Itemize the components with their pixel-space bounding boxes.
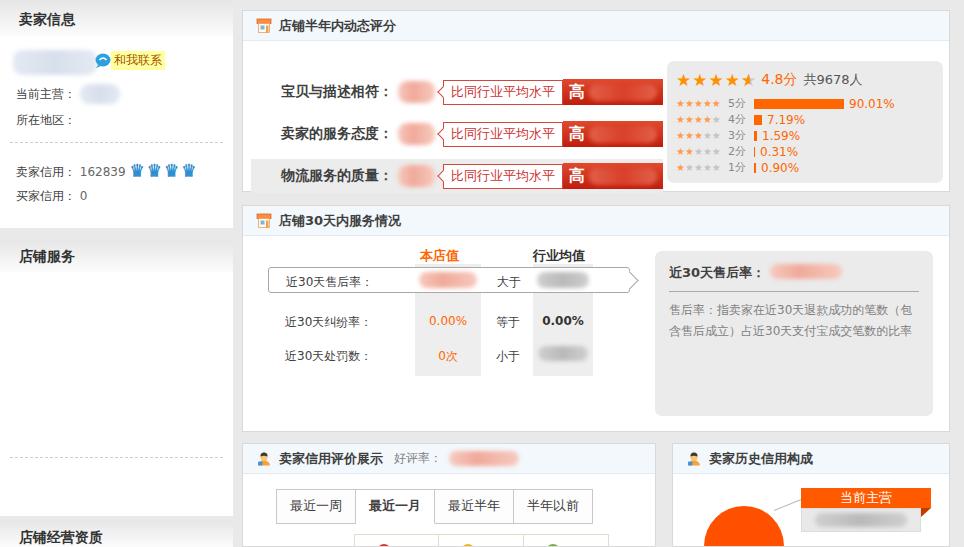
dist-row-3: ★★★★★ 3分 1.59%	[676, 128, 943, 143]
tab-last-month[interactable]: 最近一月	[356, 489, 435, 524]
tab-last-half-year[interactable]: 最近半年	[435, 489, 514, 524]
dist-bar	[754, 115, 762, 125]
compare-word: 大于	[497, 274, 521, 291]
dist-pct: 0.90%	[761, 161, 799, 175]
high-char: 高	[569, 82, 585, 103]
crown-icon: ♛	[147, 160, 164, 180]
person-icon	[256, 451, 272, 467]
dist-bar	[754, 163, 756, 173]
higher-badge: 高	[563, 79, 663, 105]
shop-icon	[256, 18, 272, 34]
tab-last-week[interactable]: 最近一周	[276, 489, 356, 524]
praise-rate-label: 好评率：	[394, 450, 442, 467]
high-char: 高	[569, 166, 585, 187]
dsr-row-label: 宝贝与描述相符：	[281, 83, 393, 101]
dsr-header: 店铺半年内动态评分	[243, 11, 949, 41]
divider	[10, 457, 223, 458]
crown-icon: ♛	[181, 160, 198, 180]
contact-me-label: 和我联系	[111, 51, 165, 70]
big-stars-icon: ★★★★	[676, 70, 741, 90]
neutral-rating-cell	[439, 534, 524, 547]
col-shop-value: 本店值	[420, 247, 459, 265]
qualification-panel: 店铺经营资质	[0, 520, 233, 547]
dispute-industry-value: 0.00%	[533, 314, 593, 328]
bubble-text: 比同行业平均水平	[451, 168, 555, 183]
mini-stars-icon: ★★★★★	[676, 98, 728, 109]
dist-pct: 7.19%	[767, 113, 805, 127]
credit-pie-chart	[704, 506, 784, 547]
seller-info-panel: 卖家信息 和我联系 当前主营： 所在地区： 卖家信用： 162839 ♛♛♛♛ …	[0, 0, 233, 228]
partial-star-icon: ★★	[741, 70, 757, 90]
history-panel: 卖家历史信用构成 当前主营	[672, 443, 950, 547]
service-30d-title: 店铺30天内服务情况	[279, 212, 401, 230]
service-30d-header: 店铺30天内服务情况	[243, 206, 949, 236]
shop-service-title: 店铺服务	[0, 240, 233, 272]
history-title: 卖家历史信用构成	[709, 450, 813, 468]
redacted-praise-rate	[449, 451, 519, 466]
dist-label: 4分	[728, 112, 754, 127]
redacted-detail-value	[770, 264, 842, 279]
redacted-percent	[589, 168, 657, 185]
col-industry-avg: 行业均值	[533, 247, 585, 265]
dispute-label: 近30天纠纷率：	[285, 314, 372, 331]
industry-compare-bubble: 比同行业平均水平	[443, 122, 563, 147]
rating-table	[354, 534, 609, 547]
main-business-label: 当前主营：	[16, 87, 76, 101]
dsr-panel: 店铺半年内动态评分 宝贝与描述相符： 比同行业平均水平 高 卖家的服务态度： 比…	[242, 10, 950, 192]
dist-label: 2分	[728, 144, 754, 159]
redacted-main-business	[80, 84, 120, 104]
callout-body	[801, 508, 921, 532]
high-char: 高	[569, 124, 585, 145]
aftersales-rate-row[interactable]: 近30天售后率： 大于	[268, 267, 630, 293]
aftersales-detail-box: 近30天售后率： 售后率：指卖家在近30天退款成功的笔数（包含售后成立）占近30…	[655, 251, 933, 416]
dist-bar	[754, 99, 844, 109]
redacted-seller-name	[13, 50, 97, 75]
divider	[10, 142, 223, 143]
dsr-row-label: 物流服务的质量：	[281, 167, 393, 185]
rating-summary-box: ★★★★★★ 4.8分 共9678人 ★★★★★ 5分 90.01% ★★★★★…	[667, 61, 943, 183]
redacted-industry-value	[537, 272, 589, 288]
dist-pct: 0.31%	[760, 145, 798, 159]
review-panel: 卖家信用评价展示 好评率： 最近一周 最近一月 最近半年 半年以前	[242, 443, 656, 547]
crown-icons: ♛♛♛♛	[129, 160, 198, 180]
service-30d-panel: 店铺30天内服务情况 本店值 行业均值 近30天售后率： 大于 近30天纠纷率：…	[242, 205, 950, 432]
redacted-shop-value	[419, 272, 477, 288]
rating-distribution: ★★★★★ 5分 90.01% ★★★★★ 4分 7.19% ★★★★★ 3分 …	[676, 96, 943, 175]
mini-stars-icon: ★★★★★	[676, 162, 728, 173]
shop-icon	[256, 213, 272, 229]
tab-before-half-year[interactable]: 半年以前	[514, 489, 593, 524]
dsr-title: 店铺半年内动态评分	[279, 17, 396, 35]
rating-summary-row: ★★★★★★ 4.8分 共9678人	[676, 70, 943, 90]
dist-label: 1分	[728, 160, 754, 175]
redacted-score	[398, 123, 435, 145]
shop-service-panel: 店铺服务 卖家已向消费者承诺： 消费者保障 卖家当前保证金余额 ¥ 1,000.…	[0, 240, 233, 516]
region-row: 所在地区：	[16, 112, 76, 129]
dist-row-2: ★★★★★ 2分 0.31%	[676, 144, 943, 159]
redacted-business-name	[815, 513, 907, 527]
redacted-percent	[589, 126, 657, 143]
bubble-text: 比同行业平均水平	[451, 126, 555, 141]
dispute-shop-value: 0.00%	[415, 314, 481, 328]
dist-label: 3分	[728, 128, 754, 143]
wangwang-icon	[95, 53, 111, 68]
detail-title-row: 近30天售后率：	[669, 264, 919, 282]
seller-info-title: 卖家信息	[0, 0, 233, 36]
ribbon-fold	[921, 508, 931, 517]
detail-title: 近30天售后率：	[669, 265, 765, 280]
industry-compare-bubble: 比同行业平均水平	[443, 164, 563, 189]
review-title: 卖家信用评价展示	[279, 450, 383, 468]
good-rating-cell	[354, 534, 439, 547]
crown-icon: ♛	[164, 160, 181, 180]
mini-stars-icon: ★★★★★	[676, 130, 728, 141]
avg-score: 4.8分	[761, 71, 797, 89]
redacted-industry-value	[538, 346, 588, 361]
bad-rating-cell	[524, 534, 609, 547]
current-business-callout: 当前主营	[801, 488, 931, 508]
mini-stars-icon: ★★★★★	[676, 146, 728, 157]
contact-me-button[interactable]: 和我联系	[95, 51, 165, 70]
review-tabs: 最近一周 最近一月 最近半年 半年以前	[276, 489, 593, 524]
seller-page: 卖家信息 和我联系 当前主营： 所在地区： 卖家信用： 162839 ♛♛♛♛ …	[0, 0, 964, 547]
penalty-shop-value: 0次	[415, 348, 481, 365]
mini-stars-icon: ★★★★★	[676, 114, 728, 125]
aftersales-label: 近30天售后率：	[286, 274, 373, 291]
